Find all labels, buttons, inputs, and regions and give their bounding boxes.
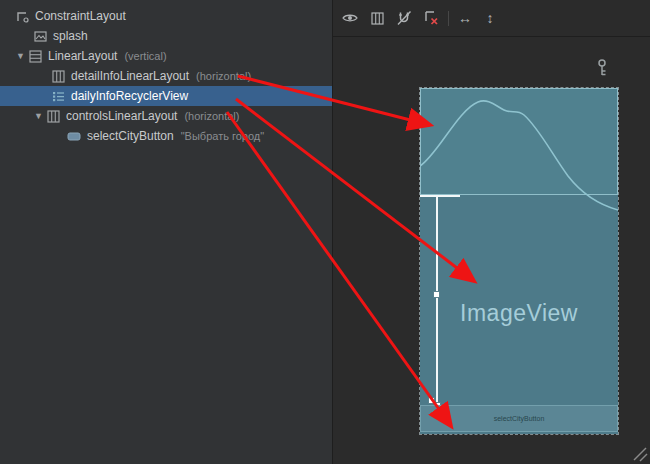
- detail-info-chart-area[interactable]: [420, 88, 618, 195]
- button-icon: [66, 128, 82, 144]
- selection-guide-vertical: [436, 195, 438, 407]
- select-city-button-label: selectCityButton: [494, 415, 545, 422]
- tree-item-label: dailyInfoRecyclerView: [71, 89, 188, 103]
- tree-item-label: splash: [53, 29, 88, 43]
- tree-item-linearlayout[interactable]: ▼ LinearLayout (vertical): [0, 46, 332, 66]
- selection-guide-horizontal: [420, 195, 460, 197]
- tree-item-constraintlayout[interactable]: ConstraintLayout: [0, 6, 332, 26]
- horizontal-margin-icon[interactable]: ↔: [456, 10, 474, 26]
- design-surface-panel: ↔ ↕ ImageView selectCityButton: [333, 0, 650, 464]
- tree-item-label: LinearLayout: [48, 49, 117, 63]
- component-tree-panel: ConstraintLayout splash ▼ LinearLayout (…: [0, 0, 333, 464]
- column-guides-icon[interactable]: [367, 8, 387, 28]
- tree-item-selectcitybutton[interactable]: selectCityButton "Выбрать город": [0, 126, 332, 146]
- constraint-layout-icon: [14, 8, 30, 24]
- linear-layout-horizontal-icon: [50, 68, 66, 84]
- select-city-button-preview[interactable]: selectCityButton: [420, 405, 618, 432]
- tree-item-meta: "Выбрать город": [181, 130, 264, 142]
- key-icon[interactable]: [595, 58, 609, 82]
- view-options-icon[interactable]: [340, 8, 360, 28]
- tree-item-label: controlsLinearLayout: [66, 109, 177, 123]
- linear-layout-horizontal-icon: [45, 108, 61, 124]
- toolbar-divider: [333, 36, 650, 37]
- tree-item-controlslinearlayout[interactable]: ▼ controlsLinearLayout (horizontal): [0, 106, 332, 126]
- tree-item-dailyinforecyclerview[interactable]: dailyInfoRecyclerView: [0, 86, 332, 106]
- chevron-down-icon[interactable]: ▼: [32, 106, 45, 126]
- toolbar-separator: [448, 11, 449, 26]
- design-artboard[interactable]: ImageView selectCityButton: [420, 88, 618, 434]
- linear-layout-vertical-icon: [27, 48, 43, 64]
- tree-item-label: selectCityButton: [87, 129, 174, 143]
- design-toolbar: ↔ ↕: [340, 7, 499, 29]
- vertical-margin-icon[interactable]: ↕: [481, 10, 499, 26]
- clear-constraints-icon[interactable]: [421, 8, 441, 28]
- imageview-component[interactable]: ImageView: [420, 300, 618, 327]
- tree-item-meta: (vertical): [124, 50, 166, 62]
- chevron-down-icon[interactable]: ▼: [14, 46, 27, 66]
- tree-item-splash[interactable]: splash: [0, 26, 332, 46]
- component-tree: ConstraintLayout splash ▼ LinearLayout (…: [0, 0, 332, 146]
- selection-handle[interactable]: [433, 291, 440, 298]
- tree-item-meta: (horizontal): [196, 70, 251, 82]
- tree-item-label: detailInfoLinearLayout: [71, 69, 189, 83]
- autoconnect-off-magnet-icon[interactable]: [394, 8, 414, 28]
- tree-item-detailinfolinearlayout[interactable]: detailInfoLinearLayout (horizontal): [0, 66, 332, 86]
- tree-item-meta: (horizontal): [184, 110, 239, 122]
- recycler-view-icon: [50, 88, 66, 104]
- tree-item-label: ConstraintLayout: [35, 9, 126, 23]
- image-icon: [32, 28, 48, 44]
- resize-grip[interactable]: [630, 444, 648, 462]
